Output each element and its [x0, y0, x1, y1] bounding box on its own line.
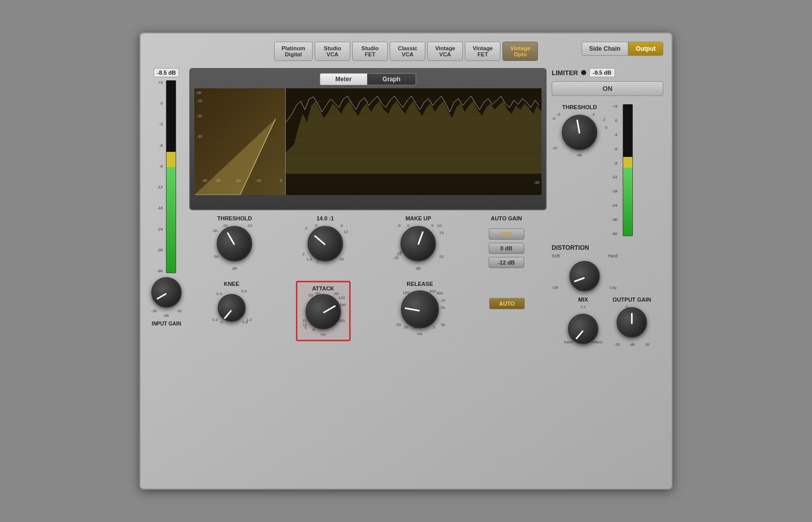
- makeup-scale-5: 5: [431, 223, 433, 228]
- svg-marker-0: [194, 119, 276, 195]
- preset-classic-vca[interactable]: ClassicVCA: [390, 42, 425, 61]
- mix-group: MIX 1:1 Input Output: [563, 297, 603, 347]
- graph-x-neg20: -20: [235, 178, 241, 183]
- ratio-knob[interactable]: [308, 226, 343, 262]
- input-value: -8.5 dB: [154, 68, 180, 77]
- thresh-scale-neg50: -50: [213, 254, 219, 259]
- ratio-group: 14.0 :1 5 8 12 3 2 1.4 1 30: [302, 215, 348, 271]
- makeup-knob[interactable]: [400, 226, 436, 262]
- knee-group: KNEE 0.4 0.6 0.2 0 0.8 1.0: [211, 281, 252, 341]
- preset-platinum-digital[interactable]: PlatinumDigital: [274, 42, 313, 61]
- attack-scale-120: 120: [338, 296, 345, 300]
- side-chain-button[interactable]: Side Chain: [582, 42, 628, 56]
- attack-label: ATTACK: [300, 285, 346, 291]
- ratio-scale-1p4: 1.4: [307, 257, 312, 262]
- preset-bar: PlatinumDigital StudioVCA StudioFET Clas…: [149, 42, 663, 61]
- limiter-value: -9.5 dB: [589, 68, 615, 77]
- thr-right-scale-0: 0: [605, 125, 607, 130]
- mix-input-label: Input: [564, 340, 573, 344]
- mix-ratio-label: 1:1: [580, 305, 586, 309]
- center-section: Meter Graph dB -10 -20 -30: [189, 68, 547, 476]
- knee-scale-0p6: 0.6: [241, 289, 247, 293]
- output-gain-knob[interactable]: [617, 307, 647, 338]
- mix-knob[interactable]: [568, 314, 598, 344]
- dist-hard-label: Hard: [607, 253, 618, 258]
- input-gain-knob[interactable]: [151, 277, 182, 308]
- distortion-knob[interactable]: [569, 261, 600, 291]
- controls-row-2: KNEE 0.4 0.6 0.2 0 0.8 1.0: [189, 281, 547, 341]
- auto-gain-neg12db-btn[interactable]: -12 dB: [489, 257, 524, 268]
- graph-button[interactable]: Graph: [367, 73, 416, 85]
- knee-scale-0: 0: [220, 320, 222, 324]
- graph-x-neg30: -30: [215, 178, 221, 183]
- auto-gain-off-btn[interactable]: OFF: [489, 229, 524, 240]
- makeup-group: MAKE UP -5 0 5 10 15 20 -20 -15 -10: [393, 215, 444, 271]
- attack-scale-20: 20: [309, 293, 313, 298]
- output-gain-label: OUTPUT GAIN: [613, 297, 651, 303]
- makeup-label: MAKE UP: [405, 215, 431, 221]
- auto-release-button[interactable]: AUTO: [489, 298, 525, 309]
- auto-release-group: AUTO: [489, 281, 525, 341]
- limiter-row: LIMITER -9.5 dB: [552, 68, 663, 77]
- thr-right-scale-neg8: -8: [552, 116, 555, 121]
- distortion-label: DISTORTION: [552, 244, 663, 251]
- makeup-scale-15: 15: [439, 231, 444, 235]
- makeup-scale-neg5: -5: [397, 223, 400, 228]
- output-gain-group: OUTPUT GAIN 0 -30 dB 30: [612, 297, 652, 347]
- ratio-scale-8: 8: [341, 223, 343, 228]
- output-meter: [623, 104, 633, 236]
- output-meter-yellow: [623, 157, 632, 168]
- auto-gain-0db-btn[interactable]: 0 dB: [489, 243, 524, 254]
- threshold-right-knob[interactable]: [562, 115, 597, 150]
- attack-group: ATTACK 20 50 80 120 160 15 10 5 0 200: [296, 281, 351, 341]
- makeup-db-label: dB: [416, 266, 421, 271]
- release-unit-label: ms: [417, 332, 423, 336]
- input-gain-label: INPUT GAIN: [152, 321, 181, 327]
- graph-x-0: 0: [280, 178, 282, 183]
- makeup-scale-10: 10: [437, 223, 442, 228]
- attack-knob[interactable]: [306, 294, 341, 330]
- release-group: RELEASE 100 200 500 1k 2k 50 20 10 5 5k: [394, 281, 445, 341]
- attack-scale-5: 5: [304, 325, 307, 330]
- rel-scale-50: 50: [396, 322, 401, 327]
- side-chain-output-group: Side Chain Output: [582, 42, 663, 56]
- preset-studio-fet[interactable]: StudioFET: [352, 42, 388, 61]
- makeup-scale-20: 20: [439, 254, 444, 259]
- input-meter: [166, 80, 176, 273]
- knee-scale-1p0: 1.0: [246, 317, 252, 322]
- preset-vintage-vca[interactable]: VintageVCA: [427, 42, 463, 61]
- thr-right-scale-neg4: -4: [591, 112, 595, 117]
- knee-label: KNEE: [224, 281, 240, 287]
- input-section: -8.5 dB +3 0 -3 -6 -9 -12 -18 -24 -30 -6…: [149, 68, 184, 476]
- graph-display: dB -10 -20 -30 -40 -30 -20 -10 0: [194, 88, 542, 195]
- output-button[interactable]: Output: [628, 42, 663, 56]
- dist-soft-label: Soft: [552, 253, 560, 258]
- preset-vintage-fet[interactable]: VintageFET: [465, 42, 500, 61]
- mix-output-row: MIX 1:1 Input Output OUTPUT GAIN 0: [552, 297, 663, 347]
- graph-left-panel: dB -10 -20 -30 -40 -30 -20 -10 0: [194, 88, 286, 195]
- limiter-on-button[interactable]: ON: [552, 81, 663, 96]
- threshold-knob[interactable]: [217, 226, 252, 262]
- release-knob[interactable]: [401, 290, 439, 329]
- input-meter-green: [166, 167, 176, 273]
- controls-row-1: THRESHOLD -30 -20 -10 -50 dB 14.0 :1: [189, 215, 547, 271]
- meter-button[interactable]: Meter: [320, 73, 367, 85]
- main-content: -8.5 dB +3 0 -3 -6 -9 -12 -18 -24 -30 -6…: [149, 68, 663, 476]
- ratio-scale-30: 30: [340, 257, 344, 262]
- rel-scale-2k: 2k: [441, 305, 445, 310]
- dist-clip-label: Clip: [610, 285, 617, 290]
- right-controls-area: THRESHOLD -6 -4 -8 -2 0 -10 dB: [552, 104, 663, 236]
- graph-x-neg40: -40: [201, 178, 208, 183]
- graph-x-neg10: -10: [255, 178, 261, 183]
- distortion-group: DISTORTION Soft Hard Off Clip: [552, 244, 663, 292]
- input-meter-scale: +3 0 -3 -6 -9 -12 -18 -24 -30 -60: [157, 80, 164, 273]
- graph-right-panel: dB -10 -20 -30 -40: [286, 88, 542, 195]
- dist-off-label: Off: [553, 285, 558, 290]
- out-gain-max: 30: [645, 342, 650, 347]
- preset-studio-vca[interactable]: StudioVCA: [315, 42, 350, 61]
- preset-vintage-opto[interactable]: VintageOpto: [502, 42, 538, 61]
- rel-scale-500: 500: [436, 291, 443, 296]
- distortion-scale: Soft Hard: [552, 253, 618, 258]
- knee-knob[interactable]: [218, 294, 246, 322]
- rel-scale-5k: 5k: [441, 322, 445, 327]
